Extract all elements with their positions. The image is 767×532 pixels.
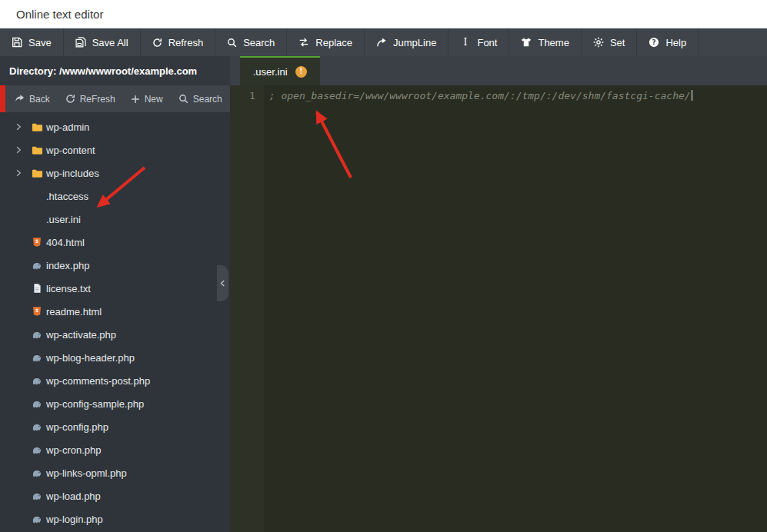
- code-editor[interactable]: 1 ; open_basedir=/www/wwwroot/example.co…: [230, 85, 767, 532]
- svg-text:I: I: [464, 37, 468, 48]
- line-number-gutter: 1: [230, 85, 264, 532]
- save-all-icon: [75, 37, 86, 48]
- tree-item-wp-config-php[interactable]: wp-config.php: [0, 415, 230, 438]
- file-actions-bar: BackReFreshNewSearch: [0, 85, 230, 112]
- php-file-icon: [28, 467, 46, 478]
- tree-item-label: wp-content: [46, 145, 95, 156]
- php-file-icon: [28, 514, 46, 524]
- tree-item-wp-cron-php[interactable]: wp-cron.php: [0, 438, 230, 461]
- toolbar-button-replace[interactable]: Replace: [287, 28, 365, 56]
- tree-item-htaccess[interactable]: .htaccess: [0, 185, 230, 208]
- file-action-label: ReFresh: [80, 94, 115, 105]
- refresh-icon: [152, 38, 162, 48]
- php-file-icon: [28, 421, 46, 432]
- search-icon: [178, 94, 188, 104]
- toolbar-button-label: Refresh: [168, 37, 204, 48]
- file-action-refresh[interactable]: ReFresh: [58, 85, 123, 112]
- page-header: Online text editor: [0, 0, 767, 28]
- directory-path-bar: Directory: /www/wwwroot/example.com: [0, 56, 230, 85]
- toolbar-button-search[interactable]: Search: [215, 28, 287, 56]
- tree-item-label: readme.html: [46, 306, 102, 318]
- unsaved-warning-icon: !: [295, 66, 307, 78]
- font-icon: I: [460, 37, 471, 48]
- tree-item-wp-includes[interactable]: wp-includes: [0, 161, 230, 185]
- toolbar-button-save-all[interactable]: Save All: [64, 28, 141, 56]
- svg-text:5: 5: [35, 308, 38, 313]
- tree-item-404-html[interactable]: 5404.html: [0, 231, 230, 254]
- chevron-right-icon: [9, 168, 28, 178]
- php-file-icon: [28, 260, 46, 271]
- theme-icon: [521, 37, 532, 48]
- file-action-label: Search: [193, 94, 222, 105]
- tree-item-index-php[interactable]: index.php: [0, 254, 230, 277]
- tree-item-user-ini[interactable]: .user.ini: [0, 208, 230, 231]
- file-action-back[interactable]: Back: [7, 85, 58, 112]
- gear-icon: [593, 37, 604, 48]
- jumpline-icon: [376, 37, 387, 48]
- toolbar-button-label: Set: [610, 37, 625, 48]
- tree-item-label: wp-admin: [46, 121, 89, 133]
- code-area: ; open_basedir=/www/wwwroot/example.com/…: [264, 85, 767, 532]
- editor-tabbar: .user.ini !: [230, 56, 767, 85]
- toolbar-button-font[interactable]: IFont: [449, 28, 509, 56]
- tree-item-wp-blog-header-php[interactable]: wp-blog-header.php: [0, 346, 230, 369]
- folder-icon: [28, 145, 46, 156]
- page-title: Online text editor: [16, 8, 103, 21]
- tree-item-wp-login-php[interactable]: wp-login.php: [0, 507, 230, 530]
- file-sidebar: Directory: /www/wwwroot/example.com Back…: [0, 56, 230, 532]
- line-number: 1: [230, 88, 264, 103]
- text-cursor: [692, 90, 692, 101]
- toolbar-button-set[interactable]: Set: [582, 28, 638, 56]
- tree-item-wp-links-opml-php[interactable]: wp-links-opml.php: [0, 461, 230, 484]
- tree-item-label: wp-config-sample.php: [46, 398, 144, 410]
- tree-item-wp-load-php[interactable]: wp-load.php: [0, 484, 230, 507]
- file-actions: BackReFreshNewSearch: [5, 85, 230, 112]
- tree-item-wp-admin[interactable]: wp-admin: [0, 115, 230, 138]
- toolbar-button-label: Theme: [538, 37, 569, 48]
- toolbar-button-save[interactable]: Save: [0, 28, 64, 56]
- tab-user-ini[interactable]: .user.ini !: [240, 56, 320, 85]
- tree-item-label: wp-login.php: [46, 514, 103, 525]
- toolbar-button-label: Replace: [315, 37, 352, 48]
- chevron-right-icon: [9, 122, 28, 131]
- toolbar-button-label: Help: [665, 37, 686, 48]
- chevron-left-icon: [218, 279, 227, 288]
- tab-label: .user.ini: [253, 66, 288, 78]
- toolbar-button-label: Font: [477, 37, 497, 48]
- save-icon: [12, 37, 22, 48]
- online-text-editor-window: Online text editor SaveSave AllRefreshSe…: [0, 0, 767, 532]
- tree-item-label: wp-blog-header.php: [46, 352, 135, 364]
- toolbar-button-jumpline[interactable]: JumpLine: [365, 28, 449, 56]
- svg-text:?: ?: [652, 38, 656, 46]
- tree-item-label: wp-cron.php: [46, 444, 102, 456]
- file-action-new[interactable]: New: [123, 85, 171, 112]
- editor-pane: .user.ini ! 1 ; open_basedir=/www/wwwroo…: [230, 56, 767, 532]
- sidebar-collapse-handle[interactable]: [217, 265, 228, 301]
- refresh-icon: [65, 94, 75, 104]
- file-action-search[interactable]: Search: [171, 85, 230, 112]
- toolbar-button-theme[interactable]: Theme: [509, 28, 581, 56]
- tree-item-readme-html[interactable]: 5readme.html: [0, 300, 230, 323]
- tree-item-wp-config-sample-php[interactable]: wp-config-sample.php: [0, 392, 230, 415]
- tree-item-label: wp-comments-post.php: [46, 375, 150, 387]
- php-file-icon: [28, 490, 46, 501]
- tree-item-label: license.txt: [46, 283, 91, 294]
- main-toolbar: SaveSave AllRefreshSearchReplaceJumpLine…: [0, 28, 767, 56]
- tree-item-label: wp-activate.php: [46, 329, 116, 341]
- tree-item-license-txt[interactable]: license.txt: [0, 277, 230, 300]
- tree-item-label: .htaccess: [46, 191, 88, 202]
- code-line: ; open_basedir=/www/wwwroot/example.com/…: [269, 88, 767, 103]
- tree-item-label: index.php: [46, 260, 89, 271]
- toolbar-button-refresh[interactable]: Refresh: [141, 28, 216, 56]
- replace-icon: [298, 37, 309, 48]
- tree-item-label: 404.html: [46, 237, 85, 248]
- main-area: Directory: /www/wwwroot/example.com Back…: [0, 56, 767, 532]
- tree-item-wp-comments-post-php[interactable]: wp-comments-post.php: [0, 369, 230, 392]
- tree-item-wp-content[interactable]: wp-content: [0, 138, 230, 161]
- tree-item-wp-activate-php[interactable]: wp-activate.php: [0, 323, 230, 346]
- php-file-icon: [28, 352, 46, 363]
- toolbar-button-help[interactable]: ?Help: [637, 28, 699, 56]
- tree-item-label: wp-config.php: [46, 421, 108, 433]
- red-accent-strip: [0, 85, 5, 112]
- php-file-icon: [28, 375, 46, 386]
